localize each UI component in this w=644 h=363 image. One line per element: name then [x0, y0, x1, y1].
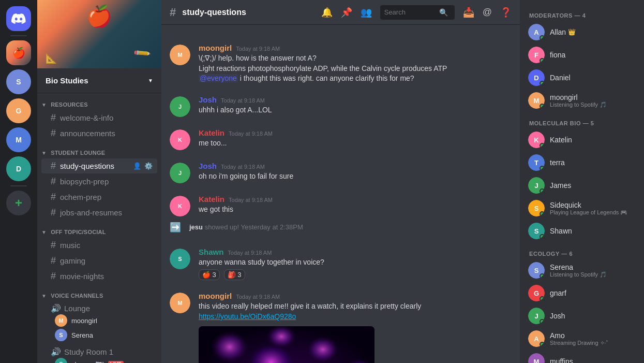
member-name: terra — [550, 158, 636, 167]
server-icon-5[interactable]: D — [6, 156, 31, 181]
message-row: M moongirl Today at 9:18 AM this video r… — [161, 289, 520, 363]
svg-point-4 — [307, 337, 338, 362]
message-text: this video really helped me!! give it a … — [199, 301, 512, 312]
message-author: moongirl — [199, 292, 232, 300]
server-banner: 🍎 ✏️ 📐 — [37, 0, 161, 68]
messages-area: M moongirl Today at 9:18 AM \(;∇;)/ help… — [161, 25, 520, 363]
message-author: Josh — [199, 162, 217, 170]
message-timestamp: Today at 9:18 AM — [228, 250, 272, 256]
category-off-topic[interactable]: ▼ OFF TOPIC/SOCIAL — [37, 221, 161, 237]
member-sidequick[interactable]: S Sidequick Playing League of Legends 🎮 — [524, 197, 640, 220]
member-info: muffins — [550, 357, 636, 363]
channel-movie-nights[interactable]: # movie-nights — [41, 269, 157, 284]
avatar: S — [170, 249, 190, 269]
category-resources[interactable]: ▼ RESOURCES — [37, 93, 161, 110]
member-muffins[interactable]: M muffins — [524, 350, 640, 363]
avatar: A — [528, 330, 545, 347]
inbox-icon[interactable]: 📥 — [463, 7, 474, 18]
member-gnarf[interactable]: G gnarf — [524, 282, 640, 304]
help-icon[interactable]: ❓ — [500, 7, 512, 18]
channel-jobs-and-resumes[interactable]: # jobs-and-resumes — [41, 205, 157, 220]
message-timestamp: Today at 9:18 AM — [229, 130, 273, 137]
avatar: M — [528, 92, 545, 109]
member-name: muffins — [550, 357, 636, 363]
add-member-icon[interactable]: 👤 — [132, 162, 142, 171]
channel-announcements[interactable]: # announcements — [41, 126, 157, 141]
message-author: Josh — [199, 95, 217, 104]
avatar: S — [55, 329, 67, 341]
video-embed[interactable]: ▶ — [199, 326, 375, 363]
message-author: Katelin — [199, 195, 224, 204]
member-status: Listening to Spotify 🎵 — [550, 271, 636, 278]
channel-music[interactable]: # music — [41, 238, 157, 253]
discord-home-icon[interactable] — [6, 6, 31, 31]
message-text: oh no i'm going to fail for sure — [199, 171, 512, 182]
member-josh[interactable]: J Josh — [524, 304, 640, 327]
reaction-apple[interactable]: 🍎 3 — [199, 269, 220, 280]
avatar: K — [170, 196, 190, 216]
member-allan[interactable]: A Allan 👑 — [524, 21, 640, 43]
member-shawn[interactable]: S Shawn — [524, 220, 640, 242]
status-indicator — [540, 342, 545, 347]
member-fiona[interactable]: F fiona — [524, 43, 640, 66]
status-indicator — [540, 234, 545, 239]
avatar: M — [170, 293, 190, 313]
message-header: Katelin Today at 9:18 AM — [199, 195, 512, 204]
crown-icon: 👑 — [568, 28, 576, 36]
channel-welcome[interactable]: # welcome-&-info — [41, 110, 157, 125]
server-icon-2[interactable]: S — [6, 69, 31, 94]
channel-biopsych-prep[interactable]: # biopsych-prep — [41, 174, 157, 189]
channel-gaming[interactable]: # gaming — [41, 253, 157, 268]
status-indicator — [540, 143, 545, 148]
pin-icon[interactable]: 📌 — [341, 7, 352, 18]
bell-icon[interactable]: 🔔 — [321, 7, 333, 18]
channel-ochem-prep[interactable]: # ochem-prep — [41, 190, 157, 205]
message-text-3: @everyone i thought this was right. can … — [199, 74, 512, 84]
member-daniel[interactable]: D Daniel — [524, 66, 640, 89]
member-info: Amo Streaming Drawing ✧·˚ — [550, 331, 636, 346]
category-student-lounge[interactable]: ▼ STUDENT LOUNGE — [37, 141, 161, 158]
member-james[interactable]: J James — [524, 174, 640, 197]
hash-icon: # — [51, 161, 56, 171]
hash-icon: # — [51, 255, 56, 266]
video-thumbnail — [199, 326, 375, 363]
members-icon[interactable]: 👥 — [361, 7, 372, 18]
mention: @everyone — [199, 74, 238, 82]
search-input[interactable] — [384, 8, 436, 16]
message-row: J Josh Today at 9:18 AM oh no i'm going … — [161, 159, 520, 184]
server-header[interactable]: Bio Studies ▼ — [37, 68, 161, 93]
category-voice-channels[interactable]: ▼ VOICE CHANNELS — [37, 284, 161, 301]
system-message: ➡️ jesu showed up! Yesterday at 2:38PM — [161, 217, 520, 237]
member-name: Sidequick — [550, 201, 636, 209]
member-terra[interactable]: T terra — [524, 151, 640, 174]
member-serena[interactable]: S Serena Listening to Spotify 🎵 — [524, 259, 640, 282]
member-name: Josh — [550, 312, 636, 320]
server-icon-bio-studies[interactable]: 🍎 — [6, 40, 31, 65]
member-name: Amo — [550, 331, 636, 340]
message-text-2: Light reactions photophosphorylate ADP, … — [199, 64, 512, 74]
member-moongirl[interactable]: M moongirl Listening to Spotify 🎵 — [524, 89, 640, 112]
member-name: Allan 👑 — [550, 28, 636, 36]
voice-member-shawn: S shawn 📷 LIVE — [55, 357, 153, 363]
voice-channel-study-room-1[interactable]: 🔊 Study Room 1 S shawn 📷 LIVE T terra — [41, 345, 157, 363]
voice-channel-lounge[interactable]: 🔊 Lounge M moongirl S Serena — [41, 301, 157, 344]
at-icon[interactable]: @ — [483, 7, 492, 18]
member-katelin[interactable]: K Katelin — [524, 128, 640, 151]
video-link[interactable]: https://youtu.be/OiDx6aQ928o — [199, 312, 512, 322]
reaction-backpack[interactable]: 🎒 3 — [224, 269, 245, 280]
server-icon-3[interactable]: G — [6, 98, 31, 123]
search-box[interactable]: 🔍 — [380, 5, 455, 20]
status-indicator — [540, 81, 545, 86]
settings-icon[interactable]: ⚙️ — [144, 162, 153, 171]
add-server-button[interactable]: + — [6, 191, 31, 215]
member-status: Playing League of Legends 🎮 — [550, 209, 636, 216]
message-text: anyone wanna study together in voice? — [199, 257, 512, 268]
member-amo[interactable]: A Amo Streaming Drawing ✧·˚ — [524, 327, 640, 350]
server-icon-4[interactable]: M — [6, 127, 31, 152]
hash-icon: # — [51, 207, 56, 218]
hash-icon: # — [51, 192, 56, 202]
channel-header: # study-questions 🔔 📌 👥 🔍 📥 @ ❓ — [161, 0, 520, 25]
message-text: we got this — [199, 205, 512, 215]
search-icon: 🔍 — [439, 8, 448, 17]
channel-study-questions[interactable]: # study-questions 👤 ⚙️ — [41, 158, 157, 173]
